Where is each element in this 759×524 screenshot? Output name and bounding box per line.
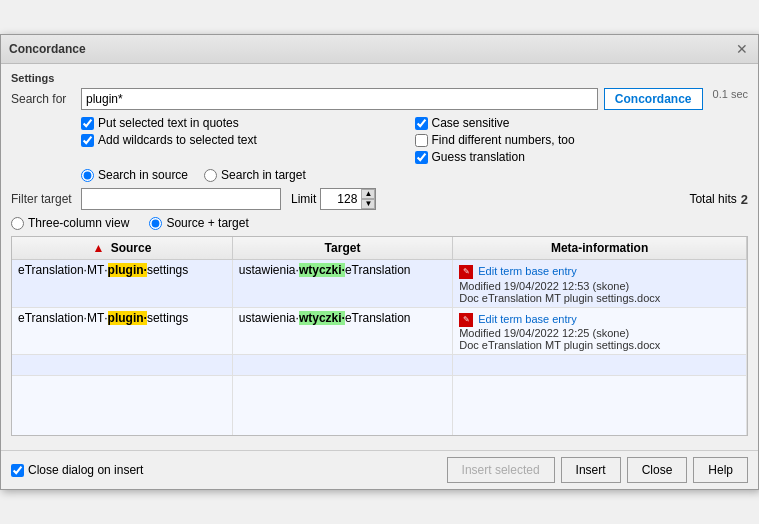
limit-up-button[interactable]: ▲ — [361, 189, 375, 199]
target-text-before-2: ustawienia· — [239, 311, 299, 325]
close-on-insert-label: Close dialog on insert — [28, 463, 143, 477]
search-in-target-label: Search in target — [221, 168, 306, 182]
meta-column-header[interactable]: Meta-information — [453, 237, 747, 260]
table-body: eTranslation·MT·plugin·settings ustawien… — [12, 260, 747, 437]
search-in-source-label: Search in source — [98, 168, 188, 182]
limit-input[interactable] — [321, 189, 361, 209]
add-wildcards-label: Add wildcards to selected text — [98, 133, 257, 147]
case-sensitive-checkbox[interactable] — [415, 117, 428, 130]
filter-row: Filter target Limit ▲ ▼ Total hits 2 — [11, 188, 748, 210]
meta-row-1: ✎ Edit term base entry — [459, 263, 740, 280]
results-table: ▲ Source Target Meta-information — [12, 237, 747, 436]
put-quotes-option[interactable]: Put selected text in quotes — [81, 116, 415, 130]
target-cell-2: ustawienia·wtyczki·eTranslation — [232, 307, 452, 355]
search-input-wrapper: Concordance 0.1 sec — [81, 88, 748, 110]
meta-row-2: ✎ Edit term base entry — [459, 311, 740, 328]
put-quotes-checkbox[interactable] — [81, 117, 94, 130]
empty-source-2 — [12, 376, 232, 437]
total-hits-label: Total hits — [689, 192, 736, 206]
target-text-after-1: eTranslation — [345, 263, 411, 277]
source-header-label: Source — [111, 241, 152, 255]
source-target-radio[interactable] — [149, 217, 162, 230]
limit-down-button[interactable]: ▼ — [361, 199, 375, 209]
insert-button[interactable]: Insert — [561, 457, 621, 483]
concordance-dialog: Concordance ✕ Settings Search for Concor… — [0, 34, 759, 490]
limit-spinner: ▲ ▼ — [361, 189, 375, 209]
table-header-row: ▲ Source Target Meta-information — [12, 237, 747, 260]
guess-translation-option[interactable]: Guess translation — [415, 150, 749, 164]
meta-cell-1: ✎ Edit term base entry Modified 19/04/20… — [453, 260, 747, 308]
meta-modified-1: Modified 19/04/2022 12:53 (skone) — [459, 280, 740, 292]
table-row-empty-1 — [12, 355, 747, 376]
limit-input-wrap: ▲ ▼ — [320, 188, 376, 210]
three-column-view-option[interactable]: Three-column view — [11, 216, 129, 230]
add-wildcards-option[interactable]: Add wildcards to selected text — [81, 133, 415, 147]
edit-term-link-1[interactable]: Edit term base entry — [478, 265, 576, 277]
case-sensitive-option[interactable]: Case sensitive — [415, 116, 749, 130]
concordance-button[interactable]: Concordance — [604, 88, 703, 110]
empty-target-1 — [232, 355, 452, 376]
meta-modified-2: Modified 19/04/2022 12:25 (skone) — [459, 327, 740, 339]
total-hits-group: Total hits 2 — [689, 192, 748, 207]
search-in-target-option[interactable]: Search in target — [204, 168, 306, 182]
target-highlight-2: wtyczki· — [299, 311, 345, 325]
limit-label: Limit — [291, 192, 316, 206]
find-numbers-checkbox[interactable] — [415, 134, 428, 147]
meta-doc-2: Doc eTranslation MT plugin settings.docx — [459, 339, 740, 351]
source-target-view-option[interactable]: Source + target — [149, 216, 248, 230]
put-quotes-label: Put selected text in quotes — [98, 116, 239, 130]
search-row: Search for Concordance 0.1 sec — [11, 88, 748, 110]
target-text-after-2: eTranslation — [345, 311, 411, 325]
guess-translation-label: Guess translation — [432, 150, 525, 164]
add-wildcards-checkbox[interactable] — [81, 134, 94, 147]
table-row: eTranslation·MT·plugin·settings ustawien… — [12, 307, 747, 355]
source-highlight-1: plugin· — [108, 263, 147, 277]
empty-meta-2 — [453, 376, 747, 437]
search-in-target-radio[interactable] — [204, 169, 217, 182]
find-numbers-option[interactable]: Find different numbers, too — [415, 133, 749, 147]
source-cell-1: eTranslation·MT·plugin·settings — [12, 260, 232, 308]
target-text-before-1: ustawienia· — [239, 263, 299, 277]
source-text-before-2: eTranslation·MT· — [18, 311, 108, 325]
empty-target-2 — [232, 376, 452, 437]
meta-cell-2: ✎ Edit term base entry Modified 19/04/20… — [453, 307, 747, 355]
target-highlight-1: wtyczki· — [299, 263, 345, 277]
main-content: Settings Search for Concordance 0.1 sec … — [1, 64, 758, 450]
options-grid: Put selected text in quotes Case sensiti… — [81, 116, 748, 164]
results-table-container[interactable]: ▲ Source Target Meta-information — [11, 236, 748, 436]
table-row: eTranslation·MT·plugin·settings ustawien… — [12, 260, 747, 308]
filter-target-input[interactable] — [81, 188, 281, 210]
empty-meta-1 — [453, 355, 747, 376]
close-on-insert-checkbox[interactable] — [11, 464, 24, 477]
target-header-label: Target — [325, 241, 361, 255]
source-cell-2: eTranslation·MT·plugin·settings — [12, 307, 232, 355]
close-on-insert-group: Close dialog on insert — [11, 463, 441, 477]
source-text-after-2: settings — [147, 311, 188, 325]
bottom-bar: Close dialog on insert Insert selected I… — [1, 450, 758, 489]
search-input[interactable] — [81, 88, 598, 110]
source-column-header[interactable]: ▲ Source — [12, 237, 232, 260]
help-button[interactable]: Help — [693, 457, 748, 483]
titlebar: Concordance ✕ — [1, 35, 758, 64]
guess-translation-checkbox[interactable] — [415, 151, 428, 164]
sort-arrow-icon: ▲ — [92, 241, 104, 255]
close-button[interactable]: Close — [627, 457, 688, 483]
three-column-label: Three-column view — [28, 216, 129, 230]
close-icon[interactable]: ✕ — [734, 41, 750, 57]
edit-term-link-2[interactable]: Edit term base entry — [478, 313, 576, 325]
filter-target-label: Filter target — [11, 192, 81, 206]
source-text-before-1: eTranslation·MT· — [18, 263, 108, 277]
source-highlight-2: plugin· — [108, 311, 147, 325]
empty-source-1 — [12, 355, 232, 376]
insert-selected-button[interactable]: Insert selected — [447, 457, 555, 483]
search-in-source-option[interactable]: Search in source — [81, 168, 188, 182]
target-cell-1: ustawienia·wtyczki·eTranslation — [232, 260, 452, 308]
window-title: Concordance — [9, 42, 86, 56]
case-sensitive-label: Case sensitive — [432, 116, 510, 130]
three-column-radio[interactable] — [11, 217, 24, 230]
search-in-source-radio[interactable] — [81, 169, 94, 182]
settings-section-label: Settings — [11, 72, 748, 84]
edit-term-icon-1: ✎ — [459, 265, 473, 279]
search-scope-radio-group: Search in source Search in target — [81, 168, 748, 182]
target-column-header[interactable]: Target — [232, 237, 452, 260]
